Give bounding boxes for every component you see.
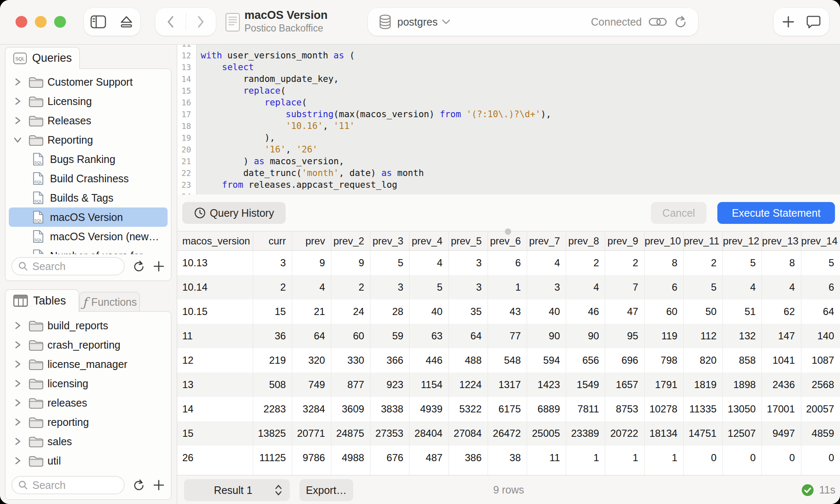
- cell-prev_2[interactable]: 24: [331, 299, 370, 324]
- cell-prev_11[interactable]: 1819: [683, 373, 722, 397]
- result-row-12[interactable]: 1221932033036644648854859465669679882085…: [177, 348, 840, 373]
- tree-item-bugs-ranking[interactable]: SQLBugs Ranking: [5, 150, 171, 169]
- cell-prev_4[interactable]: 5: [410, 275, 449, 299]
- cell-prev_8[interactable]: 656: [566, 348, 605, 373]
- result-selector[interactable]: Result 1: [184, 479, 290, 501]
- cell-curr[interactable]: 508: [253, 373, 292, 397]
- chevron-right-icon[interactable]: [14, 341, 21, 349]
- cell-prev_3[interactable]: 3: [370, 275, 410, 299]
- cell-prev_11[interactable]: 14751: [683, 421, 722, 446]
- editor-line-17[interactable]: 17 substring(max(macos_version) from '(?…: [177, 108, 840, 120]
- column-header-prev_3[interactable]: prev_3: [370, 231, 410, 251]
- column-header-prev[interactable]: prev: [292, 231, 331, 251]
- cell-prev_3[interactable]: 27353: [370, 421, 410, 446]
- cell-prev_7[interactable]: 594: [527, 348, 566, 373]
- cell-prev_9[interactable]: 1657: [605, 373, 644, 397]
- cell-prev_12[interactable]: 858: [723, 348, 762, 373]
- cell-prev_4[interactable]: 446: [410, 348, 449, 373]
- result-row-11[interactable]: 1136646059636477909095119112132147140: [177, 324, 840, 348]
- tree-folder-releases[interactable]: releases: [5, 393, 171, 412]
- cell-prev_14[interactable]: 6: [801, 275, 840, 299]
- chevron-down-icon[interactable]: [442, 19, 450, 24]
- toggle-sidebar-button[interactable]: [90, 15, 106, 29]
- database-selector[interactable]: postgres: [397, 16, 438, 28]
- column-header-prev_10[interactable]: prev_10: [644, 231, 683, 251]
- connection-link-button[interactable]: [648, 16, 667, 27]
- cell-prev_10[interactable]: 10278: [644, 397, 683, 421]
- cell-prev_14[interactable]: 20057: [801, 397, 840, 421]
- editor-line-21[interactable]: 21 ) as macos_version,: [177, 155, 840, 167]
- cell-prev_12[interactable]: 5: [723, 251, 762, 276]
- column-header-prev_14[interactable]: prev_14: [801, 231, 840, 251]
- cell-prev_11[interactable]: 112: [683, 324, 722, 348]
- cell-prev_10[interactable]: 119: [644, 324, 683, 348]
- cell-prev[interactable]: 9: [292, 251, 331, 276]
- tree-folder-releases[interactable]: Releases: [5, 111, 171, 130]
- cell-prev_9[interactable]: 696: [605, 348, 644, 373]
- tree-folder-build-reports[interactable]: build_reports: [5, 316, 171, 335]
- cell-prev_5[interactable]: 35: [449, 299, 488, 324]
- cell-prev[interactable]: 9786: [292, 446, 331, 470]
- tree-folder-reporting[interactable]: reporting: [5, 412, 171, 432]
- cell-prev_3[interactable]: 28: [370, 299, 410, 324]
- cell-prev_5[interactable]: 27084: [449, 421, 488, 446]
- new-item-button[interactable]: [782, 16, 795, 28]
- cell-prev_6[interactable]: 6175: [488, 397, 527, 421]
- tab-queries[interactable]: SQL Queries: [5, 47, 80, 69]
- cell-prev_10[interactable]: 8: [644, 251, 683, 276]
- tree-item-macos-version[interactable]: SQLmacOS Version: [9, 207, 168, 227]
- column-header-prev_4[interactable]: prev_4: [410, 231, 449, 251]
- cell-prev_5[interactable]: 1224: [449, 373, 488, 397]
- tree-folder-util[interactable]: util: [5, 451, 171, 470]
- close-window-button[interactable]: [16, 16, 27, 28]
- cell-prev_8[interactable]: 1549: [566, 373, 605, 397]
- forward-button[interactable]: [186, 16, 216, 28]
- cell-prev_10[interactable]: 6: [644, 275, 683, 299]
- chevron-right-icon[interactable]: [14, 78, 21, 86]
- cell-prev_5[interactable]: 5322: [449, 397, 488, 421]
- cell-prev_4[interactable]: 1154: [410, 373, 449, 397]
- cell-curr[interactable]: 3: [253, 251, 292, 276]
- cell-prev_4[interactable]: 4939: [410, 397, 449, 421]
- cell-prev_7[interactable]: 1423: [527, 373, 566, 397]
- cell-prev_13[interactable]: 8: [762, 251, 801, 276]
- tree-folder-license-manager[interactable]: license_manager: [5, 354, 171, 374]
- column-header-prev_2[interactable]: prev_2: [331, 231, 370, 251]
- column-header-prev_13[interactable]: prev_13: [762, 231, 801, 251]
- cell-macos-version[interactable]: 15: [177, 421, 253, 446]
- cell-prev_9[interactable]: 20722: [605, 421, 644, 446]
- result-row-10.15[interactable]: 10.15152124284035434046476050516264: [177, 299, 840, 324]
- cell-prev_4[interactable]: 487: [410, 446, 449, 470]
- cell-prev_10[interactable]: 1791: [644, 373, 683, 397]
- results-table[interactable]: macos_versioncurrprevprev_2prev_3prev_4p…: [177, 231, 840, 475]
- cell-macos-version[interactable]: 10.14: [177, 275, 253, 299]
- tree-item-build-crashiness[interactable]: SQLBuild Crashiness: [5, 169, 171, 188]
- splitter-drag-handle[interactable]: [505, 228, 511, 235]
- tree-item-builds-tags[interactable]: SQLBuilds & Tags: [5, 188, 171, 207]
- cell-prev_4[interactable]: 28404: [410, 421, 449, 446]
- tables-refresh-button[interactable]: [133, 479, 145, 491]
- cell-prev_9[interactable]: 8753: [605, 397, 644, 421]
- zoom-window-button[interactable]: [54, 16, 66, 28]
- cell-prev[interactable]: 21: [292, 299, 331, 324]
- chevron-right-icon[interactable]: [14, 437, 21, 446]
- cell-curr[interactable]: 2: [253, 275, 292, 299]
- cell-prev_13[interactable]: 62: [762, 299, 801, 324]
- column-header-prev_7[interactable]: prev_7: [527, 231, 566, 251]
- cancel-button[interactable]: Cancel: [651, 202, 706, 224]
- cell-curr[interactable]: 15: [253, 299, 292, 324]
- cell-prev_11[interactable]: 11335: [683, 397, 722, 421]
- cell-prev_6[interactable]: 26472: [488, 421, 527, 446]
- chevron-right-icon[interactable]: [14, 116, 21, 125]
- cell-prev_14[interactable]: 2568: [801, 373, 840, 397]
- result-row-15[interactable]: 1513825207712487527353284042708426472250…: [177, 421, 840, 446]
- cell-prev_12[interactable]: 12507: [723, 421, 762, 446]
- editor-line-24[interactable]: 24: [177, 191, 840, 194]
- column-header-curr[interactable]: curr: [253, 231, 292, 251]
- cell-curr[interactable]: 219: [253, 348, 292, 373]
- chevron-right-icon[interactable]: [14, 399, 21, 407]
- execute-statement-button[interactable]: Execute Statement: [717, 202, 835, 224]
- column-header-prev_9[interactable]: prev_9: [605, 231, 644, 251]
- cell-prev_5[interactable]: 3: [449, 251, 488, 276]
- sql-editor[interactable]: 1112with user_versions_month as (13 sele…: [177, 45, 840, 194]
